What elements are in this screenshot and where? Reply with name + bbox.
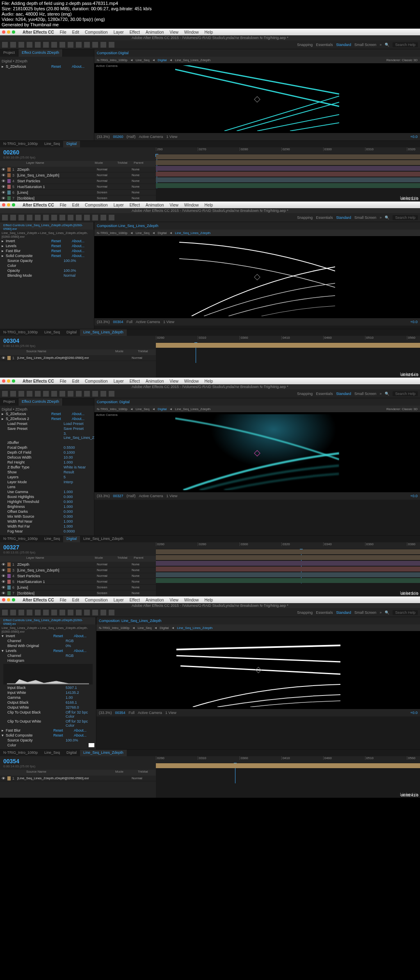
pen-tool[interactable] [59, 42, 65, 48]
histogram[interactable] [3, 664, 93, 684]
project-tab[interactable]: Project [0, 49, 18, 57]
selection-tool[interactable] [2, 42, 8, 48]
text-tool[interactable] [68, 42, 73, 48]
tl-tab[interactable]: N-TRIG_Intro_1080p [0, 141, 41, 147]
res-display[interactable]: (Half) [127, 135, 136, 139]
menu-effect[interactable]: Effect [130, 30, 140, 34]
tl-tab[interactable]: Digital [63, 141, 80, 147]
expand-icon[interactable]: ▸ [2, 64, 6, 69]
bc-item[interactable]: Line_Seq [136, 58, 150, 62]
layer-row[interactable]: 👁5Hue/Saturation 1NormalNone [0, 579, 156, 585]
tl-tab[interactable]: Line_Seq [41, 141, 63, 147]
snapping-toggle[interactable]: Snapping [297, 43, 313, 47]
about-link[interactable]: About... [72, 64, 92, 69]
search-icon[interactable]: 🔍 [385, 43, 389, 47]
effect-name[interactable]: S_ZDefocus [6, 64, 51, 69]
layer-row[interactable]: 👁5Hue/Saturation 1NormalNone [0, 184, 156, 190]
file-size: Size: 21810025 bytes (20.80 MiB), durati… [2, 6, 418, 11]
bc-item[interactable]: Digital [158, 58, 167, 62]
reset-link[interactable]: Reset [51, 64, 72, 69]
svg-rect-3 [7, 684, 89, 684]
layer-row[interactable]: 👁1ZDepthNormalNone [0, 167, 156, 172]
timeline-tracks[interactable]: 260027002800290030003100320 Linked in 00… [156, 147, 420, 201]
mac-menubar: After Effects CC File Edit Composition L… [0, 29, 420, 35]
bc-item[interactable]: N-TRIG_Intro_1080p [97, 58, 128, 62]
close-dot[interactable] [2, 30, 5, 34]
window-controls[interactable] [2, 30, 15, 34]
roto-tool[interactable] [100, 42, 106, 48]
preview-panel: Composition Digital N-TRIG_Intro_1080p◄ … [94, 49, 420, 140]
zoom-level[interactable]: (33.3%) [97, 135, 110, 139]
layer-row[interactable]: 👁3[Line_Seq_Lines_Zdepth]NormalNone [0, 172, 156, 178]
viewport[interactable]: Active Camera [94, 412, 420, 492]
search-help[interactable]: Search Help [393, 42, 418, 47]
video-timestamp: 00:01:12.0 [401, 197, 418, 201]
rect-tool[interactable] [51, 42, 57, 48]
main-toolbar: Snapping Essentials Standard Small Scree… [0, 40, 420, 49]
minimize-dot[interactable] [7, 30, 10, 34]
file-path: File: Adding depth of field using z-dept… [2, 1, 418, 6]
viewport[interactable] [96, 631, 420, 709]
zoom-dot[interactable] [12, 30, 15, 34]
layer-row[interactable]: 👁6[Lines]ScreenNone [0, 190, 156, 195]
mac-menubar: After Effects CC FileEdit CompositionLay… [0, 202, 420, 208]
ws-more-icon[interactable]: » [379, 43, 381, 47]
comp-path: Digital • ZDepth [2, 58, 92, 64]
zoom-tool[interactable] [18, 42, 24, 48]
comp-path: Line_Seq_Lines_Zdepth • Line_Seq_Lines_Z… [2, 231, 92, 239]
svg-rect-0 [254, 96, 260, 102]
svg-rect-2 [254, 450, 260, 456]
svg-rect-1 [254, 274, 260, 280]
layer-row[interactable]: 👁7[Scribbles]ScreenNone [0, 590, 156, 596]
effect-controls-tab[interactable]: Effect Controls ZDepth [18, 49, 63, 57]
title-bar: Adobe After Effects CC 2015 - /Volumes/G… [0, 35, 420, 40]
workspace-tabs: Snapping Essentials Standard Small Scree… [297, 42, 418, 47]
menu-help[interactable]: Help [205, 30, 213, 34]
file-audio: Audio: aac, 48000 Hz, stereo (eng) [2, 11, 418, 17]
menu-window[interactable]: Window [184, 30, 199, 34]
layer-row[interactable]: 👁4Start ParticlesNormalNone [0, 573, 156, 579]
puppet-tool[interactable] [109, 42, 114, 48]
hand-tool[interactable] [10, 42, 16, 48]
effect-controls-tab[interactable]: Effect Controls Line_Seq_Lines_Zdepth.zD… [0, 222, 94, 230]
layer-row[interactable]: 👁6[Lines]ScreenNone [0, 585, 156, 590]
col-mode: Mode [95, 161, 117, 167]
menu-file[interactable]: File [60, 30, 66, 34]
angle-display[interactable]: +0.0 [410, 135, 418, 139]
view-display[interactable]: 1 View [167, 135, 178, 139]
menu-animation[interactable]: Animation [146, 30, 164, 34]
bc-item[interactable]: Line_Seq_Lines_Zdepth [175, 58, 211, 62]
left-panel: Effect Controls Line_Seq_Lines_Zdepth.zD… [0, 222, 94, 329]
comp-label[interactable]: Composition Digital [97, 51, 129, 55]
app-menu: After Effects CC File Edit Composition L… [23, 30, 213, 34]
menu-layer[interactable]: Layer [114, 30, 124, 34]
col-name: Layer Name [26, 161, 95, 167]
brush-tool[interactable] [76, 42, 82, 48]
ws-essentials[interactable]: Essentials [316, 43, 333, 47]
viewport[interactable] [94, 236, 420, 318]
rotate-tool[interactable] [27, 42, 32, 48]
frame-time: 0:00:10.09 (25.00 fps) [3, 156, 153, 159]
frame-display[interactable]: 00260 [113, 135, 123, 139]
eraser-tool[interactable] [92, 42, 98, 48]
pan-behind-tool[interactable] [43, 42, 49, 48]
menu-view[interactable]: View [170, 30, 179, 34]
menu-ae[interactable]: After Effects CC [23, 30, 54, 34]
menu-composition[interactable]: Composition [85, 30, 108, 34]
frame-number[interactable]: 00260 [3, 149, 19, 156]
layer-list: 00260 0:00:10.09 (25.00 fps) Layer Name … [0, 147, 156, 201]
layer-row[interactable]: 👁1ZDepthNormalNone [0, 562, 156, 567]
ws-small[interactable]: Small Screen [354, 43, 377, 47]
cam-display[interactable]: Active Camera [139, 135, 163, 139]
main-toolbar: Snapping Essentials Standard Small Scree… [0, 213, 420, 222]
stamp-tool[interactable] [84, 42, 90, 48]
layer-row[interactable]: 👁7[Scribbles]ScreenNone [0, 195, 156, 201]
viewport[interactable]: Active Camera [94, 63, 420, 133]
ws-standard[interactable]: Standard [336, 43, 351, 47]
layer-row[interactable]: 👁4Start ParticlesNormalNone [0, 178, 156, 184]
camera-tool[interactable] [35, 42, 41, 48]
renderer-label[interactable]: Renderer: Classic 3D [386, 58, 418, 62]
layer-row[interactable]: 👁3[Line_Seq_Lines_Zdepth]NormalNone [0, 567, 156, 573]
menu-edit[interactable]: Edit [72, 30, 79, 34]
timeline: N-TRIG_Intro_1080p Line_Seq Digital 0026… [0, 140, 420, 201]
